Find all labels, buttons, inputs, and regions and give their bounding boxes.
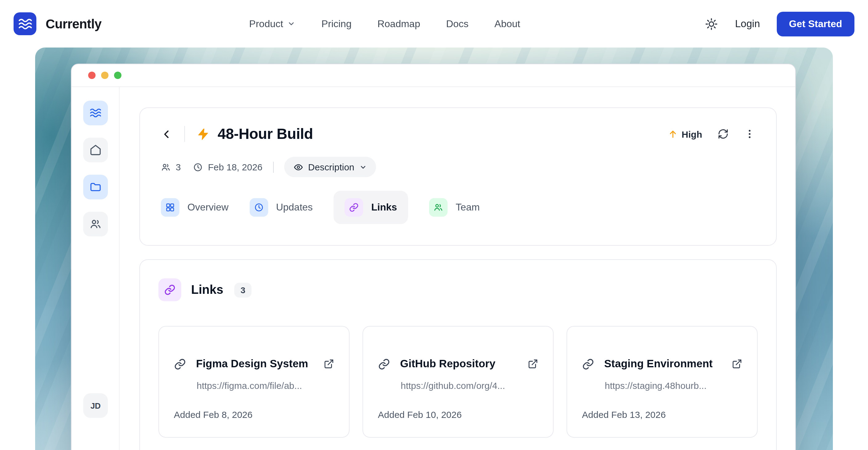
links-section-header: Links 3 <box>158 278 758 301</box>
window-titlebar <box>71 64 795 87</box>
link-icon <box>582 358 594 370</box>
refresh-icon <box>718 129 729 140</box>
link-icon <box>378 358 390 370</box>
traffic-light-minimize[interactable] <box>101 72 108 79</box>
external-link-icon[interactable] <box>324 359 334 369</box>
link-url: https://github.com/org/4... <box>401 380 538 391</box>
link-title: Figma Design System <box>196 358 308 370</box>
clock-icon <box>193 162 203 172</box>
chevron-down-icon <box>360 163 367 171</box>
nav-actions: Login Get Started <box>705 11 855 36</box>
sidebar-item-home[interactable] <box>83 138 107 162</box>
eye-icon <box>293 162 303 172</box>
app-window: JD 48-Hour Bu <box>71 63 796 450</box>
traffic-light-close[interactable] <box>88 72 96 79</box>
link-card-header: GitHub Repository <box>378 358 538 370</box>
link-card-header: Figma Design System <box>174 358 334 370</box>
tab-team-label: Team <box>456 202 479 213</box>
link-card-github[interactable]: GitHub Repository https://github.com/org… <box>363 326 554 438</box>
link-icon <box>174 358 186 370</box>
links-section-card: Links 3 <box>139 259 777 450</box>
traffic-light-zoom[interactable] <box>114 72 121 79</box>
nav-link-product[interactable]: Product <box>249 18 295 29</box>
tab-overview[interactable]: Overview <box>161 191 228 224</box>
brand-name: Currently <box>45 16 101 31</box>
description-toggle[interactable]: Description <box>284 157 376 177</box>
home-icon <box>89 144 101 156</box>
links-grid: Figma Design System https://figma.com/fi… <box>158 326 758 438</box>
description-label: Description <box>308 162 354 172</box>
nav-link-pricing[interactable]: Pricing <box>321 18 352 29</box>
nav-link-about[interactable]: About <box>494 18 520 29</box>
due-date-value: Feb 18, 2026 <box>208 162 262 172</box>
project-header-card: 48-Hour Build High <box>139 107 777 246</box>
tab-team[interactable]: Team <box>429 191 479 224</box>
members-count-value: 3 <box>176 162 181 172</box>
priority-badge: High <box>668 129 702 139</box>
main-nav: Product Pricing Roadmap Docs About <box>101 18 668 29</box>
link-card-staging[interactable]: Staging Environment https://staging.48ho… <box>566 326 758 438</box>
users-icon <box>161 162 171 172</box>
link-added-date: Added Feb 13, 2026 <box>582 409 742 420</box>
chevron-down-icon <box>287 20 296 28</box>
lightning-bolt-icon <box>197 128 210 140</box>
users-icon <box>89 218 101 230</box>
app-sidebar: JD <box>71 87 120 450</box>
waves-logo-icon <box>13 12 36 35</box>
sidebar-item-logo[interactable] <box>83 101 107 125</box>
nav-link-product-label: Product <box>249 18 283 29</box>
window-body: JD 48-Hour Bu <box>71 87 795 450</box>
back-button[interactable] <box>161 128 173 140</box>
project-title: 48-Hour Build <box>218 125 313 143</box>
grid-icon <box>161 198 179 217</box>
link-added-date: Added Feb 10, 2026 <box>378 409 538 420</box>
meta-divider <box>273 162 274 172</box>
links-count-badge: 3 <box>235 282 252 297</box>
tab-updates[interactable]: Updates <box>249 191 313 224</box>
app-content: 48-Hour Build High <box>120 87 795 450</box>
login-link[interactable]: Login <box>735 18 760 30</box>
header-divider <box>184 126 185 142</box>
refresh-button[interactable] <box>718 129 729 140</box>
due-date: Feb 18, 2026 <box>193 162 262 172</box>
more-options-button[interactable] <box>744 129 755 140</box>
link-icon <box>345 198 364 217</box>
link-added-date: Added Feb 8, 2026 <box>174 409 334 420</box>
project-meta-row: 3 Feb 18, 2026 <box>161 157 755 177</box>
link-icon <box>158 278 181 301</box>
tab-overview-label: Overview <box>187 202 228 213</box>
link-title: GitHub Repository <box>400 358 495 370</box>
folder-icon <box>89 181 101 193</box>
users-icon <box>429 198 447 217</box>
link-title: Staging Environment <box>604 358 713 370</box>
tab-links-label: Links <box>371 202 397 213</box>
sidebar-item-team[interactable] <box>83 212 107 236</box>
sidebar-item-projects[interactable] <box>83 175 107 199</box>
link-url: https://figma.com/file/ab... <box>197 380 334 391</box>
kebab-menu-icon <box>744 129 755 140</box>
external-link-icon[interactable] <box>528 359 538 369</box>
hero-background: JD 48-Hour Bu <box>35 48 833 450</box>
nav-link-roadmap[interactable]: Roadmap <box>377 18 420 29</box>
sun-theme-toggle-icon[interactable] <box>705 17 718 31</box>
external-link-icon[interactable] <box>732 359 742 369</box>
chevron-left-icon <box>161 128 173 140</box>
tab-links[interactable]: Links <box>334 191 408 224</box>
link-card-header: Staging Environment <box>582 358 742 370</box>
links-section-title: Links <box>191 283 223 297</box>
brand[interactable]: Currently <box>13 12 101 35</box>
arrow-up-icon <box>668 129 677 139</box>
project-tabs: Overview Updates <box>161 191 755 224</box>
waves-icon <box>89 107 101 119</box>
page: Currently Product Pricing Roadmap Docs A… <box>0 0 868 450</box>
get-started-button[interactable]: Get Started <box>777 11 855 36</box>
link-url: https://staging.48hourb... <box>605 380 742 391</box>
project-header-row: 48-Hour Build High <box>161 125 755 143</box>
link-card-figma[interactable]: Figma Design System https://figma.com/fi… <box>158 326 349 438</box>
clock-icon <box>249 198 268 217</box>
top-navbar: Currently Product Pricing Roadmap Docs A… <box>0 0 868 48</box>
tab-updates-label: Updates <box>276 202 313 213</box>
nav-link-docs[interactable]: Docs <box>446 18 468 29</box>
user-avatar[interactable]: JD <box>83 393 108 418</box>
priority-label: High <box>682 129 702 139</box>
